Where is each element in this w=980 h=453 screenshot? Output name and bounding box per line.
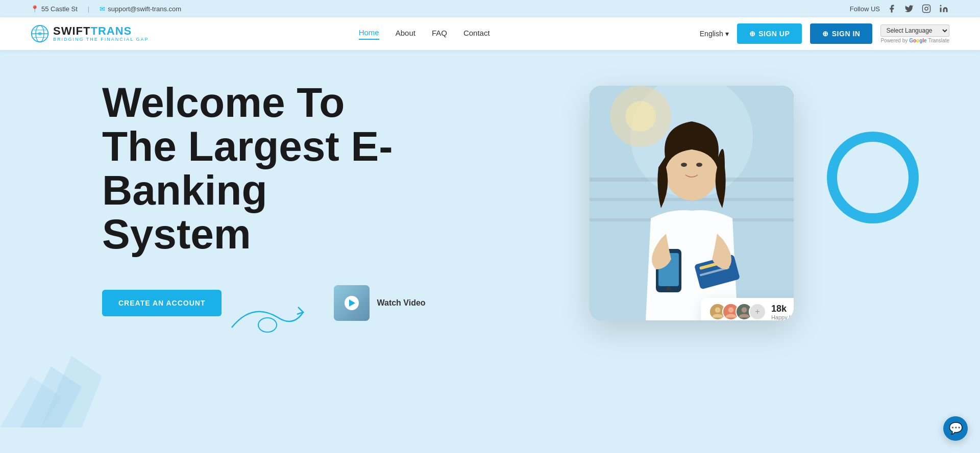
watch-video-thumbnail[interactable] (334, 285, 370, 321)
svg-point-3 (940, 5, 942, 7)
top-bar-right: Follow US (850, 3, 949, 14)
svg-point-2 (928, 6, 929, 7)
translate-text: Translate (928, 38, 949, 43)
user-count: 18k (771, 304, 794, 314)
svg-point-20 (696, 163, 702, 167)
google-brand: Google (909, 38, 926, 43)
email-text: support@swift-trans.com (108, 5, 181, 13)
nav-about[interactable]: About (396, 29, 415, 39)
user-label: Happy User (771, 314, 794, 320)
chevron-down-icon: ▾ (725, 30, 729, 38)
svg-point-23 (667, 287, 671, 291)
hero-image-card: + 18k Happy User (590, 86, 794, 320)
hero-right: + 18k Happy User (434, 81, 949, 320)
hero-title-line2: The Largest E- (102, 124, 434, 168)
svg-point-1 (925, 7, 928, 10)
language-selector[interactable]: English ▾ (700, 30, 729, 38)
hero-title: Welcome To The Largest E- Banking System (102, 81, 434, 256)
svg-point-30 (728, 307, 734, 313)
nav-faq[interactable]: FAQ (432, 29, 447, 39)
svg-point-32 (742, 307, 747, 313)
svg-point-19 (681, 163, 687, 167)
woman-illustration (590, 86, 794, 320)
avatar-plus: + (749, 303, 766, 320)
hero-title-line3: Banking (102, 168, 434, 212)
language-label: English (700, 30, 723, 38)
signin-label: SIGN IN (832, 30, 861, 38)
watch-video-label: Watch Video (377, 298, 425, 308)
play-button[interactable] (345, 296, 359, 310)
instagram-icon[interactable] (921, 3, 932, 14)
nav-right: English ▾ ⊕ SIGN UP ⊕ SIGN IN Select Lan… (700, 23, 949, 44)
logo-brand-name: SWIFTTRANS (53, 25, 149, 37)
thumbnail-inner (334, 285, 370, 321)
logo-swift-part: SWIFT (53, 24, 90, 37)
curve-decoration (227, 297, 308, 340)
svg-point-28 (715, 307, 721, 313)
hero-left: Welcome To The Largest E- Banking System… (102, 81, 434, 324)
separator: | (88, 5, 89, 13)
logo-trans-part: TRANS (90, 24, 132, 37)
translate-area: Select Language Powered by Google Transl… (880, 24, 949, 43)
svg-rect-0 (923, 5, 930, 13)
thumbnail-bg (334, 285, 370, 321)
svg-point-17 (625, 101, 656, 132)
select-language-dropdown[interactable]: Select Language (880, 24, 949, 37)
bottom-deco-icon (0, 346, 102, 427)
lock-icon: ⊕ (822, 30, 829, 38)
signin-button[interactable]: ⊕ SIGN IN (810, 23, 872, 44)
chat-button[interactable]: 💬 (943, 416, 968, 441)
svg-point-9 (38, 32, 41, 35)
signup-label: SIGN UP (758, 30, 790, 38)
user-plus-icon: ⊕ (749, 30, 756, 38)
hero-section: Welcome To The Largest E- Banking System… (0, 50, 980, 427)
happy-user-badge: + 18k Happy User (701, 298, 794, 320)
nav-links: Home About FAQ Contact (359, 28, 490, 40)
logo-text: SWIFTTRANS BRIDGING THE FINANCIAL GAP (53, 25, 149, 42)
powered-by-text: Powered by (880, 38, 908, 43)
address-item: 📍 55 Castle St (31, 5, 78, 13)
nav-contact[interactable]: Contact (463, 29, 490, 39)
circle-decoration (827, 132, 919, 223)
top-bar-left: 📍 55 Castle St | ✉ support@swift-trans.c… (31, 5, 181, 13)
svg-point-10 (258, 318, 277, 332)
email-item: ✉ support@swift-trans.com (100, 5, 181, 13)
email-icon: ✉ (100, 5, 105, 13)
badge-text: 18k Happy User (771, 304, 794, 320)
address-text: 55 Castle St (41, 5, 78, 13)
hero-bottom: CREATE AN ACCOUNT (102, 282, 434, 324)
create-account-button[interactable]: CREATE AN ACCOUNT (102, 290, 222, 316)
signup-button[interactable]: ⊕ SIGN UP (737, 23, 802, 44)
logo: SWIFTTRANS BRIDGING THE FINANCIAL GAP (31, 24, 149, 43)
facebook-icon[interactable] (886, 3, 897, 14)
watch-video-area[interactable]: Watch Video (334, 285, 425, 321)
logo-globe-icon (31, 24, 49, 43)
chat-icon: 💬 (949, 422, 963, 435)
avatar-group: + (709, 303, 766, 320)
twitter-icon[interactable] (903, 3, 915, 14)
bottom-decoration (0, 346, 102, 427)
curve-arrow-icon (227, 297, 308, 338)
powered-by-label: Powered by Google Translate (880, 38, 949, 43)
hero-title-line4: System (102, 212, 434, 256)
navbar: SWIFTTRANS BRIDGING THE FINANCIAL GAP Ho… (0, 17, 980, 50)
top-bar: 📍 55 Castle St | ✉ support@swift-trans.c… (0, 0, 980, 17)
nav-home[interactable]: Home (359, 28, 379, 40)
linkedin-icon[interactable] (938, 3, 949, 14)
hero-image: + 18k Happy User (590, 86, 794, 320)
hero-title-line1: Welcome To (102, 81, 434, 124)
play-triangle-icon (349, 299, 355, 307)
follow-label: Follow US (850, 5, 880, 13)
location-icon: 📍 (31, 5, 39, 13)
logo-tagline: BRIDGING THE FINANCIAL GAP (53, 37, 149, 42)
